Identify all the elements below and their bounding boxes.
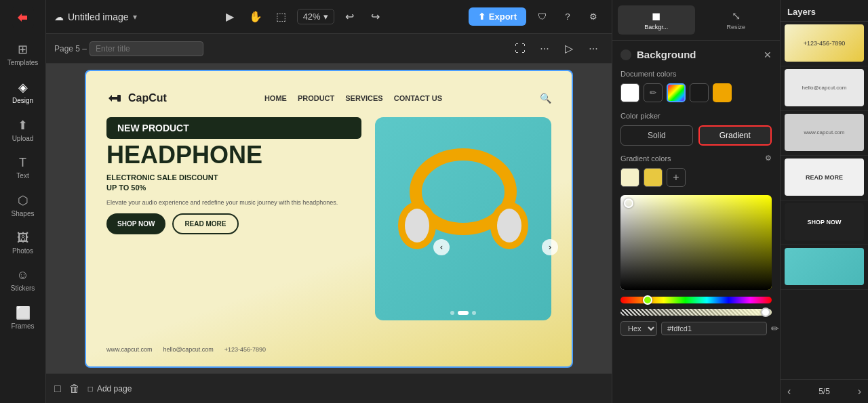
resize-tab-icon: ⤡ [732, 9, 741, 22]
layer-item-1[interactable]: +123-456-7890 [781, 22, 868, 66]
add-page-button[interactable]: □ Add page [88, 384, 132, 394]
color-format-select[interactable]: Hex [620, 321, 657, 336]
color-dark[interactable] [690, 83, 709, 102]
layer-thumb-1: +123-456-7890 [785, 24, 864, 62]
nav-links: HOME PRODUCT SERVICES CONTACT US [264, 94, 442, 102]
add-gradient-color-button[interactable]: + [667, 168, 686, 187]
svg-point-6 [497, 209, 521, 242]
bg-panel-title: Background [620, 49, 696, 60]
alpha-slider[interactable] [620, 309, 772, 316]
top-bar: ☁ Untitled image ▾ ▶ ✋ ⬚ 42% ▾ ↩ ↪ ⬆ Exp… [46, 0, 612, 34]
page-counter: 5/5 [818, 387, 830, 396]
prev-arrow-button[interactable]: ‹ [433, 239, 450, 255]
nav-contact[interactable]: CONTACT US [394, 94, 442, 102]
preview-btn[interactable]: ▷ [559, 39, 579, 59]
sidebar-item-stickers[interactable]: ☺ Stickers [3, 263, 43, 297]
layer-item-4[interactable]: READ MORE [781, 156, 868, 200]
layer-item-5[interactable]: SHOP NOW [781, 200, 868, 245]
eyedropper-button[interactable]: ✏ [771, 323, 779, 334]
color-white[interactable] [620, 83, 639, 102]
layer-thumb-5: SHOP NOW [785, 203, 864, 240]
sidebar-item-templates[interactable]: ⊞ Templates [3, 37, 43, 72]
shield-icon-btn[interactable]: 🛡 [532, 7, 552, 27]
bg-panel-header: Background ✕ [620, 49, 772, 60]
gradient-bg [620, 195, 772, 290]
hue-thumb[interactable] [643, 295, 652, 305]
color-yellow[interactable] [713, 83, 732, 102]
dot-3 [472, 311, 476, 315]
top-bar-center: ▶ ✋ ⬚ 42% ▾ ↩ ↪ [145, 7, 460, 27]
shop-now-button[interactable]: SHOP NOW [106, 213, 165, 234]
help-icon-btn[interactable]: ? [557, 7, 578, 27]
eyedropper-swatch[interactable]: ✏ [644, 83, 663, 102]
canvas-more-btn[interactable]: ··· [583, 39, 604, 59]
tab-resize[interactable]: ⤡ Resize [698, 5, 775, 35]
gradient-swatches: + [620, 168, 772, 187]
product-image [375, 117, 551, 320]
hex-input[interactable] [661, 322, 767, 335]
fit-screen-btn[interactable]: ⛶ [510, 39, 530, 59]
frame-tool-btn[interactable]: ⬚ [271, 7, 292, 27]
pan-tool-btn[interactable]: ✋ [245, 7, 266, 27]
bg-color-circle [620, 49, 631, 60]
redo-btn[interactable]: ↪ [366, 7, 386, 27]
next-page-button[interactable]: › [858, 385, 861, 398]
sidebar-item-photos[interactable]: 🖼 Photos [3, 226, 43, 260]
select-tool-btn[interactable]: ▶ [220, 7, 240, 27]
photos-icon: 🖼 [17, 231, 29, 245]
dot-2 [458, 311, 469, 315]
design-icon: ◈ [18, 80, 28, 95]
gradient-swatch-1[interactable] [620, 168, 639, 187]
dot-1 [450, 311, 454, 315]
layers-panel: Layers +123-456-7890 hello@capcut.com ww… [780, 0, 868, 403]
file-name[interactable]: ☁ Untitled image ▾ [54, 12, 137, 22]
alpha-thumb[interactable] [761, 307, 770, 317]
sidebar-item-upload[interactable]: ⬆ Upload [3, 112, 43, 148]
trash-icon[interactable]: 🗑 [69, 383, 80, 395]
gradient-settings-icon[interactable]: ⚙ [765, 154, 772, 163]
more-options-btn[interactable]: ··· [534, 39, 555, 59]
nav-services[interactable]: SERVICES [345, 94, 382, 102]
upload-icon: ⬆ [18, 118, 28, 133]
undo-btn[interactable]: ↩ [340, 7, 360, 27]
layer-item-6[interactable] [781, 245, 868, 290]
sidebar-item-design[interactable]: ◈ Design [3, 75, 43, 110]
cloud-icon: ☁ [54, 12, 64, 22]
sidebar-item-shapes[interactable]: ⬡ Shapes [3, 188, 43, 223]
sidebar-item-frames[interactable]: ⬜ Frames [3, 300, 43, 335]
canvas-area[interactable]: CapCut HOME PRODUCT SERVICES CONTACT US … [46, 64, 612, 373]
zoom-control[interactable]: 42% ▾ [297, 9, 334, 24]
description-text: Elevate your audio experience and redefi… [106, 198, 361, 208]
export-button[interactable]: ⬆ Export [469, 7, 526, 26]
stickers-icon: ☺ [16, 268, 28, 282]
background-panel: ◼ Backgr... ⤡ Resize Background ✕ Docume… [612, 0, 780, 403]
sidebar-item-text[interactable]: T Text [3, 150, 43, 185]
canvas-wrapper: Page 5 – ⛶ ··· ▷ ··· [46, 34, 612, 403]
app-logo[interactable] [12, 7, 34, 28]
prev-page-button[interactable]: ‹ [787, 385, 791, 398]
panel-tabs: ◼ Backgr... ⤡ Resize [612, 0, 780, 41]
hue-slider[interactable] [620, 297, 772, 303]
canvas-tools-right: ⛶ ··· ▷ ··· [510, 39, 604, 59]
next-arrow-button[interactable]: › [542, 239, 558, 255]
layer-item-2[interactable]: hello@capcut.com [781, 66, 868, 111]
layer-item-3[interactable]: www.capcut.com [781, 111, 868, 156]
picker-circle[interactable] [624, 198, 633, 208]
color-gradient-multi[interactable] [667, 83, 686, 102]
settings-icon-btn[interactable]: ⚙ [583, 7, 604, 27]
layers-header: Layers [781, 0, 868, 22]
gradient-swatch-2[interactable] [644, 168, 663, 187]
read-more-button[interactable]: READ MORE [172, 213, 238, 234]
gradient-picker-area[interactable] [620, 195, 772, 290]
email-link: hello@capcut.com [163, 346, 214, 353]
svg-point-4 [405, 209, 429, 242]
tab-background[interactable]: ◼ Backgr... [618, 5, 695, 35]
gradient-button[interactable]: Gradient [698, 125, 772, 146]
page-title-input[interactable] [90, 41, 203, 56]
nav-product[interactable]: PRODUCT [298, 94, 334, 102]
panel-close-button[interactable]: ✕ [764, 49, 772, 60]
design-canvas[interactable]: CapCut HOME PRODUCT SERVICES CONTACT US … [85, 70, 573, 368]
search-icon[interactable]: 🔍 [540, 93, 551, 104]
nav-home[interactable]: HOME [264, 94, 287, 102]
solid-button[interactable]: Solid [620, 125, 693, 146]
